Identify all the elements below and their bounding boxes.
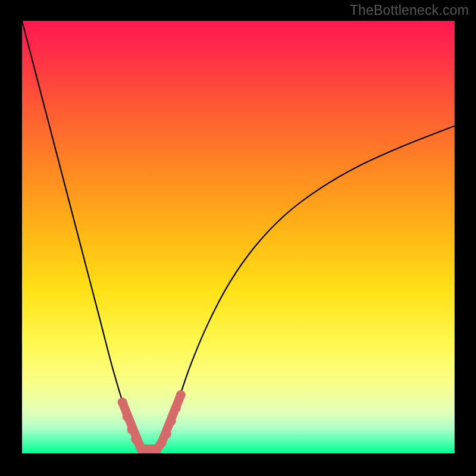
bottleneck-chart [22, 21, 455, 453]
plot-area [22, 21, 455, 453]
watermark-text: TheBottleneck.com [350, 2, 469, 18]
gradient-background [22, 21, 455, 453]
chart-frame: TheBottleneck.com [0, 0, 476, 476]
valley-segment [157, 443, 162, 449]
